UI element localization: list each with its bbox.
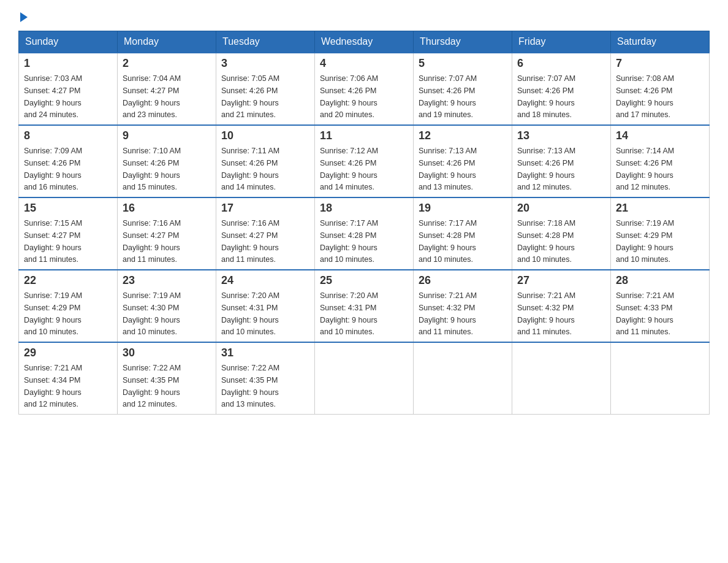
calendar-cell: 30 Sunrise: 7:22 AMSunset: 4:35 PMDaylig… xyxy=(118,342,216,415)
day-number: 27 xyxy=(517,274,605,287)
day-info: Sunrise: 7:20 AMSunset: 4:31 PMDaylight:… xyxy=(320,291,378,336)
day-number: 18 xyxy=(320,202,408,215)
day-info: Sunrise: 7:04 AMSunset: 4:27 PMDaylight:… xyxy=(123,74,181,119)
calendar-cell xyxy=(315,342,414,415)
day-info: Sunrise: 7:17 AMSunset: 4:28 PMDaylight:… xyxy=(320,219,378,264)
calendar-header-friday: Friday xyxy=(512,31,611,53)
day-info: Sunrise: 7:05 AMSunset: 4:26 PMDaylight:… xyxy=(221,74,279,119)
day-info: Sunrise: 7:21 AMSunset: 4:32 PMDaylight:… xyxy=(419,291,477,336)
calendar-cell: 7 Sunrise: 7:08 AMSunset: 4:26 PMDayligh… xyxy=(611,53,710,125)
day-info: Sunrise: 7:18 AMSunset: 4:28 PMDaylight:… xyxy=(517,219,575,264)
calendar-cell xyxy=(512,342,611,415)
day-number: 22 xyxy=(24,274,112,287)
day-info: Sunrise: 7:17 AMSunset: 4:28 PMDaylight:… xyxy=(419,219,477,264)
day-number: 11 xyxy=(320,129,408,142)
day-number: 6 xyxy=(517,57,605,70)
day-info: Sunrise: 7:20 AMSunset: 4:31 PMDaylight:… xyxy=(221,291,279,336)
calendar-header-monday: Monday xyxy=(118,31,216,53)
calendar-cell: 22 Sunrise: 7:19 AMSunset: 4:29 PMDaylig… xyxy=(19,270,118,342)
calendar-cell: 5 Sunrise: 7:07 AMSunset: 4:26 PMDayligh… xyxy=(414,53,512,125)
day-info: Sunrise: 7:11 AMSunset: 4:26 PMDaylight:… xyxy=(221,147,279,191)
calendar-cell: 18 Sunrise: 7:17 AMSunset: 4:28 PMDaylig… xyxy=(315,197,414,270)
calendar-cell: 29 Sunrise: 7:21 AMSunset: 4:34 PMDaylig… xyxy=(19,342,118,415)
calendar-cell: 10 Sunrise: 7:11 AMSunset: 4:26 PMDaylig… xyxy=(216,125,315,197)
calendar-cell: 19 Sunrise: 7:17 AMSunset: 4:28 PMDaylig… xyxy=(414,197,512,270)
day-number: 4 xyxy=(320,57,408,70)
day-number: 9 xyxy=(123,129,211,142)
calendar-cell: 2 Sunrise: 7:04 AMSunset: 4:27 PMDayligh… xyxy=(118,53,216,125)
calendar-cell: 20 Sunrise: 7:18 AMSunset: 4:28 PMDaylig… xyxy=(512,197,611,270)
day-info: Sunrise: 7:09 AMSunset: 4:26 PMDaylight:… xyxy=(24,147,82,191)
day-info: Sunrise: 7:21 AMSunset: 4:33 PMDaylight:… xyxy=(616,291,674,336)
day-number: 23 xyxy=(123,274,211,287)
calendar-cell: 31 Sunrise: 7:22 AMSunset: 4:35 PMDaylig… xyxy=(216,342,315,415)
day-number: 12 xyxy=(419,129,507,142)
day-number: 28 xyxy=(616,274,704,287)
calendar-cell: 17 Sunrise: 7:16 AMSunset: 4:27 PMDaylig… xyxy=(216,197,315,270)
day-info: Sunrise: 7:16 AMSunset: 4:27 PMDaylight:… xyxy=(221,219,279,264)
day-info: Sunrise: 7:06 AMSunset: 4:26 PMDaylight:… xyxy=(320,74,378,119)
calendar-cell: 27 Sunrise: 7:21 AMSunset: 4:32 PMDaylig… xyxy=(512,270,611,342)
calendar-week-row: 1 Sunrise: 7:03 AMSunset: 4:27 PMDayligh… xyxy=(19,53,710,125)
calendar-cell: 24 Sunrise: 7:20 AMSunset: 4:31 PMDaylig… xyxy=(216,270,315,342)
calendar-week-row: 8 Sunrise: 7:09 AMSunset: 4:26 PMDayligh… xyxy=(19,125,710,197)
calendar-header-thursday: Thursday xyxy=(414,31,512,53)
day-number: 17 xyxy=(221,202,309,215)
day-info: Sunrise: 7:19 AMSunset: 4:30 PMDaylight:… xyxy=(123,291,181,336)
calendar-cell: 13 Sunrise: 7:13 AMSunset: 4:26 PMDaylig… xyxy=(512,125,611,197)
day-info: Sunrise: 7:21 AMSunset: 4:34 PMDaylight:… xyxy=(24,364,82,408)
calendar-cell: 4 Sunrise: 7:06 AMSunset: 4:26 PMDayligh… xyxy=(315,53,414,125)
logo-blue-container xyxy=(18,12,28,25)
calendar-cell: 9 Sunrise: 7:10 AMSunset: 4:26 PMDayligh… xyxy=(118,125,216,197)
calendar-cell: 26 Sunrise: 7:21 AMSunset: 4:32 PMDaylig… xyxy=(414,270,512,342)
calendar-cell: 3 Sunrise: 7:05 AMSunset: 4:26 PMDayligh… xyxy=(216,53,315,125)
day-info: Sunrise: 7:07 AMSunset: 4:26 PMDaylight:… xyxy=(419,74,477,119)
day-info: Sunrise: 7:19 AMSunset: 4:29 PMDaylight:… xyxy=(24,291,82,336)
day-number: 19 xyxy=(419,202,507,215)
calendar-cell: 15 Sunrise: 7:15 AMSunset: 4:27 PMDaylig… xyxy=(19,197,118,270)
day-number: 15 xyxy=(24,202,112,215)
day-number: 26 xyxy=(419,274,507,287)
calendar-header-row: SundayMondayTuesdayWednesdayThursdayFrid… xyxy=(19,31,710,53)
calendar-cell xyxy=(414,342,512,415)
day-info: Sunrise: 7:10 AMSunset: 4:26 PMDaylight:… xyxy=(123,147,181,191)
day-number: 20 xyxy=(517,202,605,215)
calendar-cell: 25 Sunrise: 7:20 AMSunset: 4:31 PMDaylig… xyxy=(315,270,414,342)
day-info: Sunrise: 7:13 AMSunset: 4:26 PMDaylight:… xyxy=(517,147,575,191)
calendar-week-row: 29 Sunrise: 7:21 AMSunset: 4:34 PMDaylig… xyxy=(19,342,710,415)
day-info: Sunrise: 7:12 AMSunset: 4:26 PMDaylight:… xyxy=(320,147,378,191)
day-number: 1 xyxy=(24,57,112,70)
day-info: Sunrise: 7:22 AMSunset: 4:35 PMDaylight:… xyxy=(123,364,181,408)
day-number: 7 xyxy=(616,57,704,70)
calendar-cell: 1 Sunrise: 7:03 AMSunset: 4:27 PMDayligh… xyxy=(19,53,118,125)
calendar-cell xyxy=(611,342,710,415)
day-number: 16 xyxy=(123,202,211,215)
day-number: 30 xyxy=(123,347,211,359)
calendar-week-row: 15 Sunrise: 7:15 AMSunset: 4:27 PMDaylig… xyxy=(19,197,710,270)
day-number: 10 xyxy=(221,129,309,142)
calendar-header-sunday: Sunday xyxy=(19,31,118,53)
calendar-week-row: 22 Sunrise: 7:19 AMSunset: 4:29 PMDaylig… xyxy=(19,270,710,342)
calendar-cell: 11 Sunrise: 7:12 AMSunset: 4:26 PMDaylig… xyxy=(315,125,414,197)
day-number: 3 xyxy=(221,57,309,70)
day-number: 14 xyxy=(616,129,704,142)
day-number: 8 xyxy=(24,129,112,142)
day-number: 13 xyxy=(517,129,605,142)
calendar-table: SundayMondayTuesdayWednesdayThursdayFrid… xyxy=(18,31,710,415)
day-info: Sunrise: 7:03 AMSunset: 4:27 PMDaylight:… xyxy=(24,74,82,119)
calendar-cell: 28 Sunrise: 7:21 AMSunset: 4:33 PMDaylig… xyxy=(611,270,710,342)
calendar-cell: 16 Sunrise: 7:16 AMSunset: 4:27 PMDaylig… xyxy=(118,197,216,270)
calendar-cell: 21 Sunrise: 7:19 AMSunset: 4:29 PMDaylig… xyxy=(611,197,710,270)
calendar-cell: 8 Sunrise: 7:09 AMSunset: 4:26 PMDayligh… xyxy=(19,125,118,197)
day-number: 25 xyxy=(320,274,408,287)
day-number: 5 xyxy=(419,57,507,70)
calendar-cell: 6 Sunrise: 7:07 AMSunset: 4:26 PMDayligh… xyxy=(512,53,611,125)
logo xyxy=(18,12,28,25)
day-info: Sunrise: 7:22 AMSunset: 4:35 PMDaylight:… xyxy=(221,364,279,408)
calendar-header-tuesday: Tuesday xyxy=(216,31,315,53)
day-info: Sunrise: 7:16 AMSunset: 4:27 PMDaylight:… xyxy=(123,219,181,264)
logo-triangle-icon xyxy=(20,12,28,22)
calendar-header-saturday: Saturday xyxy=(611,31,710,53)
day-number: 21 xyxy=(616,202,704,215)
calendar-header-wednesday: Wednesday xyxy=(315,31,414,53)
